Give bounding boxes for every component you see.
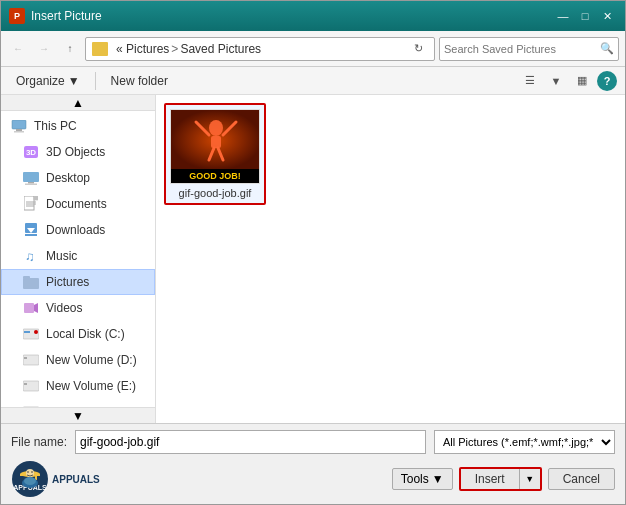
- pictures-folder-icon: [22, 274, 40, 290]
- svg-rect-6: [28, 182, 34, 184]
- sidebar-item-new-volume-e[interactable]: New Volume (E:): [1, 373, 155, 399]
- svg-rect-26: [24, 357, 27, 359]
- sidebar-item-new-volume-d[interactable]: New Volume (D:): [1, 347, 155, 373]
- sidebar-items: This PC 3D 3D Objects: [1, 95, 155, 423]
- minimize-button[interactable]: —: [553, 7, 573, 25]
- sidebar-label-new-volume-d: New Volume (D:): [46, 353, 137, 367]
- pc-icon: [10, 118, 28, 134]
- svg-rect-0: [12, 120, 26, 129]
- path-pictures: « Pictures: [116, 42, 169, 56]
- sidebar-item-pictures[interactable]: Pictures: [1, 269, 155, 295]
- powerpoint-icon: P: [9, 8, 25, 24]
- sidebar-label-documents: Documents: [46, 197, 107, 211]
- search-input[interactable]: [444, 43, 596, 55]
- file-item-gif-good-job[interactable]: GOOD JOB! gif-good-job.gif: [164, 103, 266, 205]
- local-disk-c-icon: [22, 326, 40, 342]
- insert-button[interactable]: Insert: [461, 469, 520, 489]
- view-dropdown-button[interactable]: ▼: [545, 70, 567, 92]
- sidebar-label-desktop: Desktop: [46, 171, 90, 185]
- forward-button[interactable]: →: [33, 38, 55, 60]
- title-bar-left: P Insert Picture: [9, 8, 102, 24]
- appuals-logo: APPUALS: [11, 460, 49, 498]
- sidebar-item-music[interactable]: ♫ Music: [1, 243, 155, 269]
- sidebar: ▲ This PC: [1, 95, 156, 423]
- tools-chevron: ▼: [432, 472, 444, 486]
- new-volume-d-icon: [22, 352, 40, 368]
- svg-point-49: [24, 477, 36, 485]
- insert-dropdown-button[interactable]: ▼: [520, 469, 540, 489]
- address-bar[interactable]: « Pictures > Saved Pictures ↻: [85, 37, 435, 61]
- file-type-select[interactable]: All Pictures (*.emf;*.wmf;*.jpg;*: [434, 430, 615, 454]
- appuals-text: APPUALS: [52, 474, 100, 485]
- sidebar-item-videos[interactable]: Videos: [1, 295, 155, 321]
- insert-picture-dialog: P Insert Picture — □ ✕ ← → ↑ « Pictures …: [0, 0, 626, 505]
- organize-button[interactable]: Organize ▼: [9, 71, 87, 91]
- cancel-button[interactable]: Cancel: [548, 468, 615, 490]
- tools-label: Tools: [401, 472, 429, 486]
- file-thumbnail: GOOD JOB!: [170, 109, 260, 184]
- insert-button-group: Insert ▼: [459, 467, 542, 491]
- svg-text:3D: 3D: [26, 148, 36, 157]
- downloads-icon: [22, 222, 40, 238]
- view-button[interactable]: ☰: [519, 70, 541, 92]
- documents-icon: [22, 196, 40, 212]
- sidebar-item-this-pc[interactable]: This PC: [1, 113, 155, 139]
- sidebar-label-pictures: Pictures: [46, 275, 89, 289]
- cancel-label: Cancel: [563, 472, 600, 486]
- details-view-button[interactable]: ▦: [571, 70, 593, 92]
- gif-label: GOOD JOB!: [171, 169, 259, 183]
- toolbar-right: ☰ ▼ ▦ ?: [519, 70, 617, 92]
- svg-rect-20: [24, 303, 34, 313]
- maximize-button[interactable]: □: [575, 7, 595, 25]
- refresh-button[interactable]: ↻: [408, 39, 428, 59]
- folder-icon: [92, 42, 108, 56]
- new-folder-label: New folder: [111, 74, 168, 88]
- close-button[interactable]: ✕: [597, 7, 617, 25]
- sidebar-scroll-up[interactable]: ▲: [1, 95, 155, 111]
- svg-marker-21: [34, 303, 38, 313]
- toolbar-separator: [95, 72, 96, 90]
- title-controls: — □ ✕: [553, 7, 617, 25]
- sidebar-item-downloads[interactable]: Downloads: [1, 217, 155, 243]
- address-path: « Pictures > Saved Pictures: [116, 42, 404, 56]
- svg-point-24: [34, 330, 38, 334]
- svg-point-51: [27, 471, 29, 473]
- search-icon[interactable]: 🔍: [600, 42, 614, 55]
- file-name-label: gif-good-job.gif: [179, 187, 252, 199]
- bottom-bar: File name: All Pictures (*.emf;*.wmf;*.j…: [1, 423, 625, 504]
- svg-point-52: [31, 471, 33, 473]
- svg-rect-18: [23, 278, 39, 289]
- sidebar-item-local-disk-c[interactable]: Local Disk (C:): [1, 321, 155, 347]
- gif-preview: GOOD JOB!: [171, 110, 259, 183]
- title-bar: P Insert Picture — □ ✕: [1, 1, 625, 31]
- sidebar-item-3d-objects[interactable]: 3D 3D Objects: [1, 139, 155, 165]
- svg-rect-27: [23, 381, 39, 391]
- bottom-row-filename: File name: All Pictures (*.emf;*.wmf;*.j…: [11, 430, 615, 454]
- back-button[interactable]: ←: [7, 38, 29, 60]
- address-area: ← → ↑ « Pictures > Saved Pictures ↻ 🔍: [1, 31, 625, 67]
- svg-rect-2: [14, 131, 24, 133]
- title-text: Insert Picture: [31, 9, 102, 23]
- search-bar[interactable]: 🔍: [439, 37, 619, 61]
- sidebar-item-documents[interactable]: Documents: [1, 191, 155, 217]
- tools-button[interactable]: Tools ▼: [392, 468, 453, 490]
- music-icon: ♫: [22, 248, 40, 264]
- svg-rect-28: [24, 383, 27, 385]
- sidebar-scroll-down[interactable]: ▼: [1, 407, 155, 423]
- svg-rect-10: [34, 196, 38, 200]
- new-folder-button[interactable]: New folder: [104, 71, 175, 91]
- toolbar: Organize ▼ New folder ☰ ▼ ▦ ?: [1, 67, 625, 95]
- up-button[interactable]: ↑: [59, 38, 81, 60]
- sidebar-item-desktop[interactable]: Desktop: [1, 165, 155, 191]
- help-icon: ?: [604, 75, 611, 87]
- path-sep1: >: [171, 42, 178, 56]
- sidebar-label-local-disk-c: Local Disk (C:): [46, 327, 125, 341]
- svg-rect-1: [16, 129, 22, 131]
- file-name-input[interactable]: [75, 430, 426, 454]
- new-volume-e-icon: [22, 378, 40, 394]
- file-area[interactable]: GOOD JOB! gif-good-job.gif: [156, 95, 625, 423]
- svg-rect-8: [24, 196, 34, 210]
- bottom-row-actions: APPUALS APPUALS Tools ▼ Insert: [11, 460, 615, 498]
- help-button[interactable]: ?: [597, 71, 617, 91]
- desktop-icon: [22, 170, 40, 186]
